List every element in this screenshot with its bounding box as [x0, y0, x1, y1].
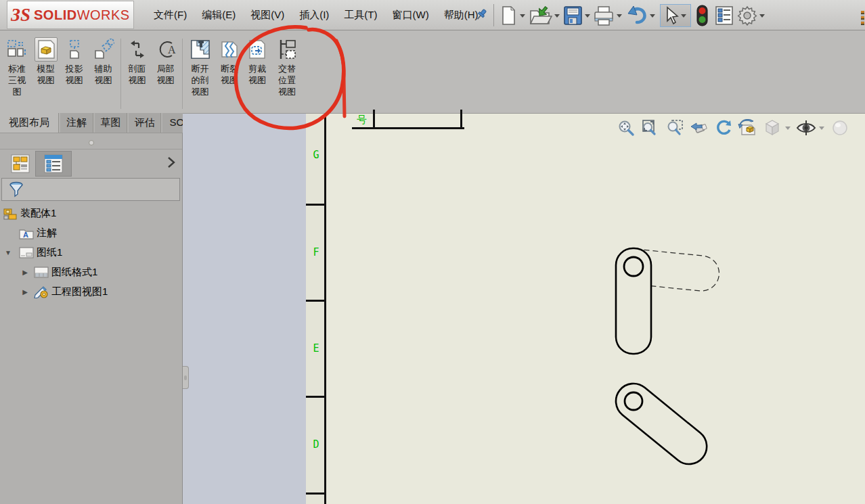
zoom-in-out-icon[interactable]: [665, 118, 685, 137]
select-cursor-icon: [662, 6, 680, 25]
settings-button[interactable]: [737, 5, 757, 26]
undo-button[interactable]: [625, 5, 648, 26]
drawing-sheet[interactable]: [306, 114, 865, 504]
panel-top-splitter[interactable]: [0, 135, 182, 150]
alternate-position-view-button[interactable]: 交替位置视图: [271, 37, 303, 97]
save-dropdown[interactable]: [585, 14, 590, 18]
display-pane-tab[interactable]: [35, 151, 72, 177]
standard-3-view-button[interactable]: 标准三视图: [3, 37, 31, 97]
display-style-icon[interactable]: [762, 118, 782, 137]
panel-splitter-handle[interactable]: [183, 366, 189, 389]
menu-window[interactable]: 窗口(W): [384, 6, 436, 24]
3d-drawing-view-icon[interactable]: [738, 118, 758, 137]
projected-view-button[interactable]: 投影视图: [60, 37, 88, 86]
zone-label-e: E: [306, 342, 326, 354]
crop-view-icon: [246, 37, 269, 62]
menu-bar: 文件(F) 编辑(E) 视图(V) 插入(I) 工具(T) 窗口(W) 帮助(H…: [146, 0, 485, 30]
zone-divider: [306, 300, 326, 302]
svg-text:A: A: [168, 44, 176, 55]
save-icon: [562, 5, 583, 26]
display-pane-tab-icon: [44, 154, 63, 173]
break-view-icon: [218, 37, 241, 62]
new-document-icon: [499, 5, 518, 26]
auxiliary-view-button[interactable]: 辅助视图: [89, 37, 118, 86]
quick-access-toolbar: [499, 3, 768, 28]
print-button[interactable]: [593, 5, 615, 26]
projected-view-icon: [63, 37, 86, 62]
hide-show-dropdown[interactable]: [819, 127, 824, 130]
model-view-button[interactable]: 模型视图: [32, 37, 60, 86]
break-view-button[interactable]: 断裂视图: [216, 37, 243, 86]
drawing-viewport[interactable]: G F E D 号: [183, 113, 865, 504]
section-view-icon: [126, 37, 149, 62]
menu-tools[interactable]: 工具(T): [336, 6, 384, 24]
pin-menu-icon[interactable]: [474, 7, 488, 24]
solidworks-window: ЗS SOLIDWORKS 文件(F) 编辑(E) 视图(V) 插入(I) 工具…: [0, 0, 865, 504]
tab-annotation[interactable]: 注解: [60, 113, 93, 133]
undo-dropdown[interactable]: [650, 14, 655, 18]
settings-dropdown[interactable]: [759, 14, 765, 18]
feature-tree-tab-icon: [11, 154, 30, 173]
menu-file[interactable]: 文件(F): [146, 6, 194, 24]
detail-view-button[interactable]: A 局部视图: [152, 37, 179, 86]
tab-evaluate[interactable]: 评估: [129, 113, 161, 133]
zoom-to-fit-icon[interactable]: [616, 118, 636, 137]
rebuild-button[interactable]: [696, 5, 708, 26]
tree-item-annotations[interactable]: A 注解: [0, 223, 181, 243]
table-cell: [377, 110, 462, 129]
crop-view-button[interactable]: 剪裁视图: [244, 37, 271, 86]
sheet-header-table: 号: [352, 110, 464, 129]
previous-view-icon[interactable]: [689, 118, 709, 137]
filter-bar[interactable]: [1, 178, 180, 201]
section-view-button[interactable]: 剖面视图: [123, 37, 151, 86]
tab-sketch[interactable]: 草图: [95, 113, 127, 133]
tree-item-assembly[interactable]: 装配体1: [0, 204, 181, 223]
menu-edit[interactable]: 编辑(E): [194, 6, 243, 24]
select-tool-group[interactable]: [660, 4, 691, 27]
sheet-icon: [19, 246, 34, 260]
feature-manager-panel: 装配体1 A 注解 ▼ 图纸1 ▶ 图纸格式1: [0, 133, 183, 504]
broken-out-section-icon: [189, 37, 212, 62]
zone-label-g: G: [306, 149, 326, 161]
display-style-dropdown[interactable]: [785, 127, 791, 130]
open-dropdown[interactable]: [554, 14, 560, 18]
title-bar: ЗS SOLIDWORKS 文件(F) 编辑(E) 视图(V) 插入(I) 工具…: [0, 0, 865, 30]
feature-tree-tab[interactable]: [5, 152, 35, 175]
print-icon: [593, 5, 615, 26]
ribbon-view-layout: 标准三视图 模型视图 投影视图 辅助视图: [0, 30, 865, 113]
zone-divider: [306, 204, 326, 206]
detail-view-icon: A: [154, 37, 177, 62]
expand-icon[interactable]: ▶: [21, 269, 29, 276]
menu-insert[interactable]: 插入(I): [292, 6, 336, 24]
tree-item-drawing-view1[interactable]: ▶ 工程图视图1: [0, 282, 181, 302]
table-header-cell: 号: [352, 110, 375, 129]
menu-view[interactable]: 视图(V): [243, 6, 292, 24]
open-button[interactable]: [528, 5, 552, 26]
annotations-folder-icon: A: [19, 227, 34, 240]
open-icon: [528, 5, 552, 26]
collapse-icon[interactable]: ▼: [4, 249, 12, 256]
zoom-to-area-icon[interactable]: [640, 118, 661, 137]
options-list-button[interactable]: [715, 5, 734, 26]
new-document-button[interactable]: [499, 5, 518, 26]
toolbar-separator: [493, 4, 494, 26]
heads-up-view-toolbar: [616, 118, 854, 137]
svg-text:A: A: [23, 231, 28, 239]
model-view-icon: [35, 37, 58, 62]
hide-show-items-icon[interactable]: [796, 118, 816, 137]
alternate-position-view-icon: [275, 37, 298, 62]
select-tool-dropdown[interactable]: [681, 14, 686, 18]
new-document-dropdown[interactable]: [520, 14, 525, 18]
rotate-view-icon[interactable]: [713, 118, 734, 137]
expand-panel-icon[interactable]: [167, 156, 176, 171]
expand-icon[interactable]: ▶: [21, 288, 29, 296]
tree-item-sheet1[interactable]: ▼ 图纸1: [0, 243, 181, 262]
save-button[interactable]: [562, 5, 583, 26]
tree-item-sheet-format1[interactable]: ▶ 图纸格式1: [0, 262, 181, 282]
print-dropdown[interactable]: [617, 14, 622, 18]
broken-out-section-button[interactable]: 断开的剖视图: [185, 37, 215, 97]
rebuild-traffic-light-icon: [696, 5, 708, 26]
tab-view-layout[interactable]: 视图布局: [0, 113, 59, 133]
appearance-icon[interactable]: [830, 118, 850, 137]
splitter-dot-icon: [89, 140, 94, 145]
